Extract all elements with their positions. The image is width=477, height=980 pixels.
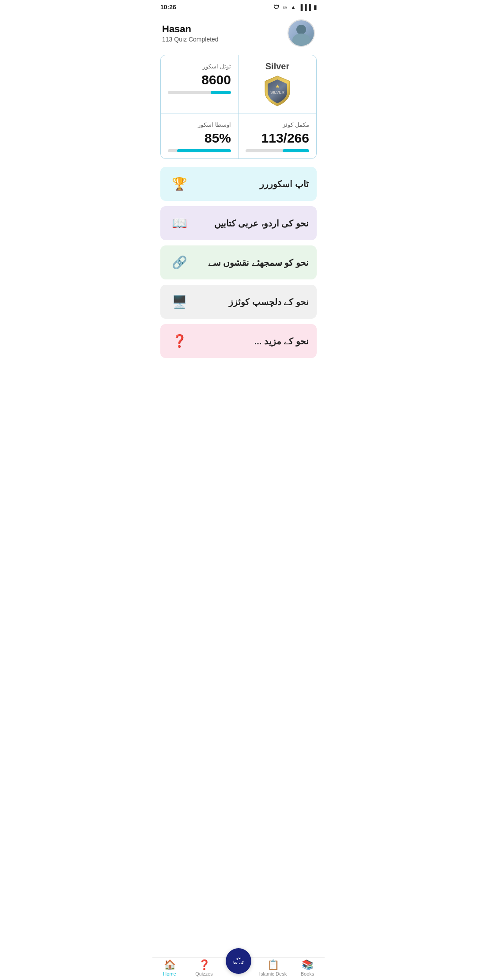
quiz-count: 113 Quiz Completed <box>162 36 219 43</box>
nav-quizzes[interactable]: ❓ Quizzes <box>187 960 221 976</box>
books-text: نحو کی اردو، عربی کتابیں <box>214 218 309 229</box>
islamic-desk-icon: 📋 <box>267 960 279 970</box>
avg-score-cell: اوسطا اسکور 85% <box>161 113 238 158</box>
top-scorer-text: ٹاپ اسکوررر <box>260 179 309 189</box>
nav-books[interactable]: 📚 Books <box>290 960 325 976</box>
quizzes-nav-label: Quizzes <box>195 971 213 976</box>
wifi-icon: ▲ <box>290 4 296 11</box>
total-quizzes-cell: مکمل کوئز 113/266 <box>238 113 316 158</box>
stats-grid: ٹوٹل اسکور 8600 Silver <box>160 55 317 159</box>
more-icon: ❓ <box>172 334 187 348</box>
feature-card-books[interactable]: نحو کی اردو، عربی کتابیں 📖 <box>160 206 317 240</box>
total-score-value: 8600 <box>168 72 231 87</box>
profile-header: Hasan 113 Quiz Completed <box>152 12 325 53</box>
svg-text:SILVER: SILVER <box>270 90 284 94</box>
avatar-image <box>288 20 314 46</box>
home-icon: 🏠 <box>164 960 176 970</box>
feature-card-diagrams[interactable]: نحو کو سمجھئے نقشوں سے 🔗 <box>160 245 317 279</box>
nav-fab[interactable]: نحو کی دنیا <box>221 948 256 976</box>
quizzes-nav-icon: ❓ <box>198 960 210 970</box>
avg-score-label: اوسطا اسکور <box>168 121 231 128</box>
status-icons: 🛡 ☺ ▲ ▐▐▐ ▮ <box>273 4 317 11</box>
status-bar: 10:26 🛡 ☺ ▲ ▐▐▐ ▮ <box>152 0 325 12</box>
quiz-icon: 🖥️ <box>172 294 187 309</box>
islamic-desk-label: Islamic Desk <box>259 971 287 976</box>
book-icon: 📖 <box>172 216 187 230</box>
bottom-nav: 🏠 Home ❓ Quizzes نحو کی دنیا 📋 Islamic D… <box>152 957 325 980</box>
total-quizzes-label: مکمل کوئز <box>246 121 309 128</box>
total-score-label: ٹوٹل اسکور <box>168 63 231 70</box>
total-score-progress-fill <box>211 91 231 94</box>
signal-icon: ▐▐▐ <box>299 4 311 11</box>
svg-point-2 <box>229 950 248 970</box>
avatar <box>288 19 315 47</box>
svg-text:کی دنیا: کی دنیا <box>233 961 244 965</box>
avg-score-progress-bg <box>168 149 231 152</box>
shield-icon: 🛡 <box>273 4 279 11</box>
feature-card-top-scorer[interactable]: ٹاپ اسکوررر 🏆 <box>160 167 317 201</box>
quizzes-text: نحو کے دلچسپ کوئزز <box>229 297 309 307</box>
books-nav-label: Books <box>301 971 314 976</box>
status-time: 10:26 <box>160 4 176 11</box>
books-nav-icon: 📚 <box>302 960 314 970</box>
avg-score-progress-fill <box>177 149 231 152</box>
username: Hasan <box>162 23 219 35</box>
silver-badge-cell: Silver <box>238 55 316 113</box>
fab-icon: نحو کی دنیا <box>229 950 248 971</box>
nav-islamic-desk[interactable]: 📋 Islamic Desk <box>256 960 290 976</box>
total-score-progress-bg <box>168 91 231 94</box>
home-label: Home <box>163 971 176 976</box>
nav-home[interactable]: 🏠 Home <box>152 960 187 976</box>
feature-card-more[interactable]: نحو کے مزید ... ❓ <box>160 324 317 358</box>
total-quizzes-progress-bg <box>246 149 309 152</box>
more-text: نحو کے مزید ... <box>254 336 309 347</box>
total-score-cell: ٹوٹل اسکور 8600 <box>161 55 238 113</box>
feature-cards: ٹاپ اسکوررر 🏆 نحو کی اردو، عربی کتابیں 📖… <box>160 167 317 358</box>
feature-card-quizzes[interactable]: نحو کے دلچسپ کوئزز 🖥️ <box>160 285 317 319</box>
total-quizzes-progress-fill <box>283 149 309 152</box>
battery-icon: ▮ <box>314 4 317 11</box>
svg-text:★: ★ <box>275 83 280 90</box>
avg-score-value: 85% <box>168 131 231 146</box>
faceid-icon: ☺ <box>282 4 288 11</box>
badge-shield-icon: SILVER ★ <box>263 75 292 107</box>
profile-info: Hasan 113 Quiz Completed <box>162 23 219 43</box>
fab-circle[interactable]: نحو کی دنیا <box>226 948 251 974</box>
silver-label: Silver <box>265 61 289 72</box>
diagrams-text: نحو کو سمجھئے نقشوں سے <box>208 257 309 268</box>
network-icon: 🔗 <box>172 255 187 270</box>
trophy-icon: 🏆 <box>172 177 187 191</box>
total-quizzes-value: 113/266 <box>246 131 309 146</box>
svg-text:نحو: نحو <box>236 956 241 960</box>
